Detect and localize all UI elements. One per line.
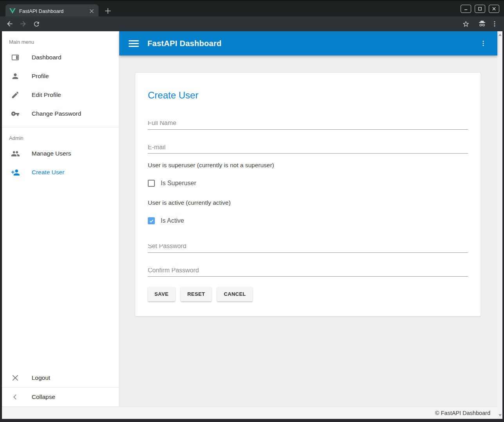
reload-icon[interactable] [32,19,41,29]
logout-x-icon [11,373,20,383]
sidebar-item-label: Edit Profile [32,91,61,98]
sidebar-item-label: Change Password [32,110,81,117]
tab-title: FastAPI Dashboard [19,8,85,14]
form-buttons: SAVE RESET CANCEL [148,287,468,301]
confirm-password-input[interactable] [148,268,468,277]
is-superuser-label: Is Superuser [161,180,196,187]
dashboard-icon [11,53,20,62]
is-superuser-checkbox[interactable] [148,180,155,187]
incognito-icon [477,19,487,29]
tab-strip: FastAPI Dashboard [0,0,504,16]
sidebar-item-label: Create User [32,169,65,176]
app-menu-kebab-icon[interactable] [478,38,489,49]
full-name-input[interactable] [148,121,468,130]
cancel-button[interactable]: CANCEL [217,287,253,301]
bookmark-star-icon[interactable] [461,19,470,29]
copyright-text: © FastAPI Dashboard [435,410,490,416]
app-footer: © FastAPI Dashboard [2,406,497,419]
sidebar-item-label: Logout [32,374,50,381]
key-icon [11,109,20,118]
set-password-input[interactable] [148,244,468,253]
set-password-field-wrap [148,243,468,253]
browser-toolbar: localhost/main/admin/users/create [0,16,504,31]
scrollbar-down-arrow[interactable] [497,413,502,418]
main-content: Create User User is superuser (currently… [119,55,497,406]
page-scrollbar[interactable] [497,31,502,419]
pencil-icon [11,90,20,100]
person-icon [11,72,20,81]
sidebar-item-edit-profile[interactable]: Edit Profile [2,86,119,104]
minimize-button[interactable] [461,5,471,13]
close-button[interactable] [489,5,499,13]
sidebar-section-main-menu: Main menu [2,31,119,48]
create-user-card: Create User User is superuser (currently… [135,72,481,316]
email-field-wrap [148,144,468,154]
active-hint: User is active (currently active) [148,199,468,207]
new-tab-button[interactable] [102,5,113,16]
sidebar-item-logout[interactable]: Logout [2,368,119,387]
page: Main menu Dashboard Profile Edit Profile [2,31,502,419]
is-active-checkbox-row[interactable]: Is Active [148,216,468,225]
person-add-icon [11,168,20,177]
sidebar-item-profile[interactable]: Profile [2,67,119,86]
browser-menu-kebab-icon[interactable] [490,19,499,29]
is-active-label: Is Active [161,217,184,224]
sidebar-item-change-password[interactable]: Change Password [2,104,119,123]
save-button[interactable]: SAVE [148,287,175,301]
reset-button[interactable]: RESET [181,287,212,301]
people-icon [11,149,20,158]
sidebar-item-label: Profile [32,73,49,80]
sidebar-section-admin: Admin [2,127,119,144]
sidebar-item-label: Collapse [32,393,55,401]
back-icon[interactable] [5,19,14,29]
confirm-password-field-wrap [148,267,468,277]
superuser-hint: User is superuser (currently is not a su… [148,161,468,169]
tab-close-icon[interactable] [88,8,95,14]
email-input[interactable] [148,145,468,154]
sidebar-item-create-user[interactable]: Create User [2,163,119,182]
sidebar-item-manage-users[interactable]: Manage Users [2,144,119,163]
sidebar-item-label: Manage Users [32,150,71,157]
scrollbar-up-arrow[interactable] [497,32,502,38]
maximize-button[interactable] [475,5,485,13]
browser-tab[interactable]: FastAPI Dashboard [5,4,99,18]
app-header: FastAPI Dashboard [119,31,497,55]
vue-favicon-icon [9,8,16,14]
sidebar-item-collapse[interactable]: Collapse [2,388,119,406]
is-active-checkbox[interactable] [148,217,155,224]
forward-icon[interactable] [18,19,28,29]
sidebar-item-label: Dashboard [32,54,61,61]
hamburger-menu-icon[interactable] [129,38,139,48]
sidebar-spacer [2,182,119,368]
app-title: FastAPI Dashboard [147,39,222,48]
window-controls [461,5,499,13]
full-name-field-wrap [148,120,468,130]
browser-window: FastAPI Dashboard [0,0,504,422]
is-superuser-checkbox-row[interactable]: Is Superuser [148,179,468,188]
sidebar: Main menu Dashboard Profile Edit Profile [2,31,119,406]
page-title: Create User [148,89,468,102]
chevron-left-icon [11,392,20,402]
sidebar-item-dashboard[interactable]: Dashboard [2,48,119,67]
